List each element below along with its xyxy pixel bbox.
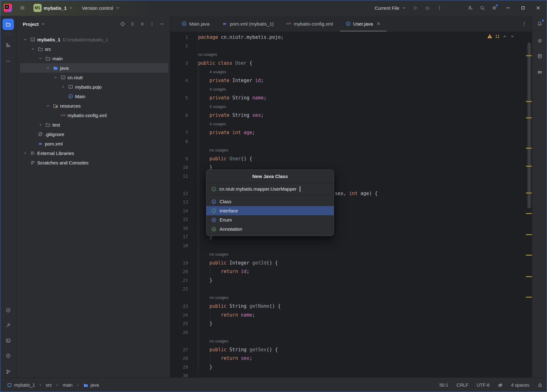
usages-hint[interactable]: 4 usages <box>209 122 226 126</box>
chevron-right-icon[interactable] <box>61 84 66 89</box>
project-folder-icon[interactable] <box>3 19 14 30</box>
line-number[interactable]: 10 <box>170 165 188 170</box>
code-line[interactable]: 27 public String getSex() { <box>170 345 532 354</box>
breadcrumb-main[interactable]: main <box>62 383 72 388</box>
vcs-widget[interactable]: Version control <box>79 3 122 13</box>
panel-options-icon[interactable] <box>150 21 155 27</box>
tree-item-resources[interactable]: resources <box>20 101 168 110</box>
chevron-down-icon[interactable] <box>41 21 46 27</box>
terminal-icon[interactable] <box>3 335 14 346</box>
chevron-down-icon[interactable] <box>23 37 28 42</box>
code-line[interactable]: 28 return sex; <box>170 354 532 363</box>
code-line[interactable]: 9 public User() { <box>170 154 532 163</box>
code-line[interactable]: 21 } <box>170 276 532 285</box>
warning-stripe-mark[interactable] <box>526 166 532 167</box>
tree-item-main[interactable]: CMain <box>20 92 168 101</box>
code-hint-row[interactable]: 4 usages <box>170 85 532 94</box>
line-number[interactable]: 18 <box>170 243 188 248</box>
usages-hint[interactable]: no usages <box>209 339 228 343</box>
code-line[interactable]: 1package cn.niutr.mybatis.pojo; <box>170 33 532 42</box>
settings-button[interactable] <box>489 3 500 13</box>
usages-hint[interactable]: no usages <box>209 295 228 300</box>
line-number[interactable]: 4 <box>170 78 188 83</box>
code-hint-row[interactable]: 4 usages <box>170 68 532 76</box>
usages-hint[interactable]: 4 usages <box>209 69 226 74</box>
usages-hint[interactable]: no usages <box>209 148 228 152</box>
code-line[interactable]: 7 private int age; <box>170 128 532 137</box>
line-number[interactable]: 29 <box>170 365 188 370</box>
code-line[interactable]: 30 <box>170 371 532 378</box>
usages-hint[interactable]: 4 usages <box>209 104 226 109</box>
tree-item-main[interactable]: main <box>20 54 168 63</box>
search-everywhere-button[interactable] <box>477 3 488 13</box>
code-hint-row[interactable]: no usages <box>170 250 532 259</box>
tree-item-pom-xml[interactable]: mpom.xml <box>20 139 168 148</box>
code-line[interactable]: 29 } <box>170 363 532 371</box>
code-line[interactable]: 22 <box>170 285 532 294</box>
problems-icon[interactable] <box>3 350 14 361</box>
line-number[interactable]: 25 <box>170 321 188 326</box>
code-line[interactable]: 26 <box>170 328 532 337</box>
editor-tab-pom-xml-mybatis-1-[interactable]: mpom.xml (mybatis_1) <box>216 16 280 32</box>
usages-hint[interactable]: no usages <box>209 252 228 257</box>
usages-hint[interactable]: no usages <box>198 52 217 57</box>
tree-item-mybatis-pojo[interactable]: mybatis.pojo <box>20 82 168 92</box>
line-number[interactable]: 9 <box>170 156 188 161</box>
more-actions-button[interactable] <box>434 3 445 13</box>
code-line[interactable]: 5 private String name; <box>170 94 532 103</box>
chevron-down-icon[interactable] <box>53 75 58 80</box>
editor-tab-user-java[interactable]: CUser.java <box>339 16 388 32</box>
chevron-down-icon[interactable] <box>45 103 50 108</box>
line-number[interactable]: 1 <box>170 35 188 40</box>
breadcrumb-src[interactable]: src <box>46 383 52 388</box>
run-configuration-widget[interactable]: Current File <box>372 3 409 13</box>
warning-stripe-mark[interactable] <box>526 148 532 149</box>
code-line[interactable]: 2 <box>170 42 532 50</box>
main-menu-button[interactable] <box>17 3 28 13</box>
line-number[interactable]: 3 <box>170 61 188 66</box>
tree-item-mybatis-1[interactable]: mybatis_1D:\mybatis\mybatis_1 <box>20 35 168 44</box>
line-number[interactable]: 30 <box>170 373 188 377</box>
prev-problem-icon[interactable] <box>502 34 507 39</box>
warning-stripe-mark[interactable] <box>526 55 532 56</box>
code-line[interactable]: 8 <box>170 137 532 146</box>
minimize-button[interactable] <box>501 2 515 14</box>
code-line[interactable]: 25 } <box>170 319 532 328</box>
build-icon[interactable] <box>3 320 14 331</box>
kind-item-interface[interactable]: IInterface <box>206 206 334 215</box>
chevron-right-icon[interactable] <box>23 151 28 156</box>
line-separator[interactable]: CRLF <box>456 383 468 388</box>
project-widget[interactable]: M1 mybatis_1 <box>31 3 76 13</box>
line-number[interactable]: 20 <box>170 269 188 274</box>
services-icon[interactable] <box>3 305 14 316</box>
code-line[interactable]: 20 return id; <box>170 267 532 276</box>
chevron-down-icon[interactable] <box>38 56 43 61</box>
tree-item-java[interactable]: java <box>20 63 168 73</box>
git-icon[interactable] <box>3 366 14 377</box>
line-number[interactable]: 24 <box>170 312 188 318</box>
kind-item-annotation[interactable]: @Annotation <box>206 224 334 234</box>
warning-stripe-mark[interactable] <box>526 101 532 102</box>
code-line[interactable]: 24 return name; <box>170 311 532 319</box>
expand-all-icon[interactable] <box>130 21 135 27</box>
inspections-widget[interactable]: 11 <box>487 33 515 39</box>
line-number[interactable]: 14 <box>170 208 188 213</box>
warning-stripe-mark[interactable] <box>526 193 532 193</box>
editor-scrollbar-thumb[interactable] <box>527 43 531 208</box>
kind-item-class[interactable]: CClass <box>206 197 334 206</box>
warning-stripe-mark[interactable] <box>526 234 532 235</box>
code-line[interactable]: 18 <box>170 241 532 250</box>
maximize-button[interactable] <box>516 2 530 14</box>
more-tool-windows-icon[interactable] <box>3 56 14 67</box>
close-tab-icon[interactable] <box>376 21 381 26</box>
line-number[interactable]: 28 <box>170 356 188 361</box>
tree-item-external-libraries[interactable]: External Libraries <box>20 148 168 158</box>
line-number[interactable]: 22 <box>170 286 188 291</box>
code-line[interactable]: 3public class User { <box>170 59 532 68</box>
line-number[interactable]: 17 <box>170 234 188 239</box>
line-number[interactable]: 13 <box>170 199 188 205</box>
code-hint-row[interactable]: no usages <box>170 337 532 346</box>
warning-stripe-mark[interactable] <box>526 297 532 298</box>
run-button[interactable] <box>410 3 421 13</box>
tree-item-cn-niutr[interactable]: cn.niutr <box>20 73 168 82</box>
